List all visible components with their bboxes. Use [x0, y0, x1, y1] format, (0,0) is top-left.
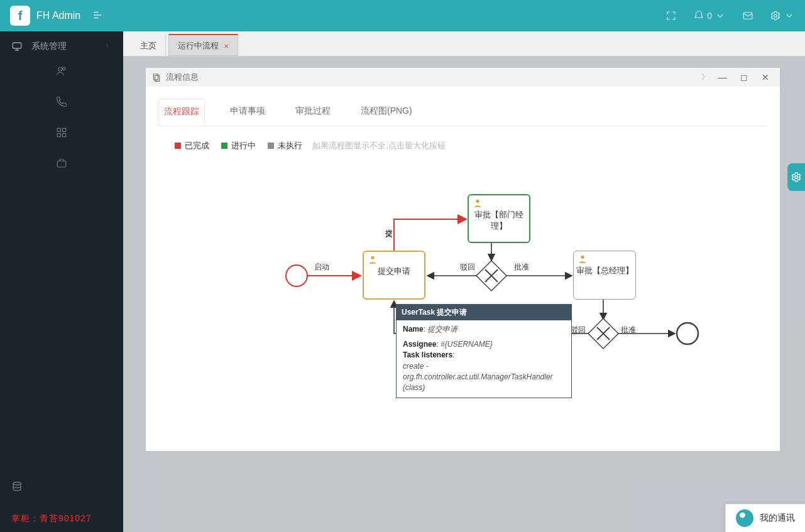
modal-titlebar[interactable]: 流程信息 〉 — ◻ ✕	[146, 68, 780, 87]
edge-label-approve2: 批准	[621, 325, 636, 335]
svg-point-3	[58, 67, 62, 71]
sidebar-item-calls[interactable]	[56, 96, 67, 109]
svg-rect-9	[57, 161, 66, 167]
sidebar-item-users[interactable]	[56, 65, 67, 79]
legend-hint: 如果流程图显示不全,点击最大化按钮	[312, 140, 446, 151]
svg-point-23	[371, 256, 374, 259]
tooltip-name-label: Name	[403, 325, 424, 334]
modal-title: 流程信息	[166, 72, 199, 83]
messages-button[interactable]	[742, 10, 753, 21]
task-tooltip: UserTask 提交申请 Name: 提交申请 Assignee: #{USE…	[396, 304, 572, 398]
tooltip-listeners-label: Task listeners	[403, 350, 452, 359]
sidebar: 系统管理 〉 掌柜：青苔901027	[0, 31, 123, 532]
svg-rect-2	[13, 43, 21, 48]
content-area: 主页 运行中流程 ✕ 流程信息 〉 — ◻ ✕ 流程跟踪 申请事项	[123, 31, 805, 532]
chat-widget[interactable]: 我的通讯	[725, 504, 805, 532]
svg-point-4	[63, 67, 66, 70]
edge-label-reject2: 驳回	[571, 325, 586, 335]
chevron-right-icon: 〉	[701, 72, 709, 83]
avatar-icon	[736, 509, 753, 527]
edge-label-start: 启动	[314, 262, 329, 273]
notifications-count: 0	[707, 11, 712, 21]
edge-label-approve1: 批准	[514, 262, 529, 273]
svg-point-13	[286, 265, 307, 286]
svg-point-10	[13, 482, 21, 486]
legend-swatch-doing	[221, 143, 227, 149]
modal-maximize-button[interactable]: ◻	[736, 72, 752, 82]
legend-label-doing: 进行中	[231, 140, 256, 151]
watermark-text: 掌柜：青苔901027	[11, 513, 112, 524]
svg-point-25	[581, 256, 584, 259]
task-gm-approval[interactable]: 审批【总经理】	[573, 251, 636, 300]
modal-inner-tabs: 流程跟踪 申请事项 审批过程 流程图(PNG)	[158, 99, 767, 126]
sidebar-item-apps[interactable]	[56, 127, 67, 140]
task-label: 提交申请	[364, 266, 424, 277]
tooltip-assignee-label: Assignee	[403, 340, 436, 349]
task-label: 审批【总经理】	[574, 265, 635, 276]
app-header: f FH Admin 0	[0, 0, 805, 31]
app-brand: FH Admin	[36, 10, 80, 21]
diagram-legend: 已完成 进行中 未执行 如果流程图显示不全,点击最大化按钮	[158, 140, 767, 151]
process-diagram: 提交申请 审批【部门经理】 审批【总经理】 启动 提交 驳回 批准	[271, 163, 780, 389]
floating-settings-tab[interactable]	[787, 163, 805, 191]
header-actions: 0	[665, 10, 795, 21]
sidebar-item-work[interactable]	[56, 158, 67, 171]
notifications-button[interactable]: 0	[693, 10, 726, 21]
app-logo: f	[10, 6, 30, 26]
menu-toggle-button[interactable]	[92, 9, 103, 23]
modal-window: 流程信息 〉 — ◻ ✕ 流程跟踪 申请事项 审批过程 流程图(PNG) 已完成	[146, 68, 780, 451]
tooltip-listeners-value: create - org.fh.controller.act.util.Mana…	[403, 362, 553, 393]
settings-button[interactable]	[770, 10, 795, 21]
svg-rect-6	[63, 128, 66, 131]
svg-point-24	[476, 200, 479, 203]
svg-point-22	[677, 323, 698, 344]
svg-rect-8	[63, 134, 66, 137]
edge-label-reject1: 驳回	[460, 262, 475, 273]
svg-rect-11	[153, 74, 158, 80]
inner-tab-trace[interactable]: 流程跟踪	[158, 99, 205, 126]
modal-close-button[interactable]: ✕	[757, 72, 774, 82]
task-label: 审批【部门经理】	[469, 209, 529, 232]
tooltip-name-value: 提交申请	[427, 325, 457, 334]
modal-minimize-button[interactable]: —	[715, 72, 731, 82]
fullscreen-button[interactable]	[665, 10, 677, 21]
legend-swatch-todo	[268, 143, 274, 149]
inner-tab-png[interactable]: 流程图(PNG)	[356, 99, 417, 126]
svg-rect-0	[743, 13, 752, 19]
task-dept-approval[interactable]: 审批【部门经理】	[468, 194, 530, 243]
chat-label: 我的通讯	[760, 513, 795, 524]
sidebar-item-system[interactable]: 系统管理 〉	[0, 31, 123, 62]
legend-swatch-done	[175, 143, 181, 149]
legend-label-done: 已完成	[185, 140, 209, 151]
inner-tab-approve[interactable]: 审批过程	[290, 99, 336, 126]
tooltip-header: UserTask 提交申请	[397, 305, 571, 320]
chevron-right-icon: 〉	[106, 42, 112, 51]
svg-rect-12	[155, 75, 160, 81]
legend-label-todo: 未执行	[278, 140, 302, 151]
svg-rect-5	[57, 128, 60, 131]
svg-point-1	[774, 14, 777, 18]
sidebar-item-database[interactable]	[11, 484, 23, 494]
sidebar-collapsed-icons	[0, 62, 123, 171]
task-submit[interactable]: 提交申请	[363, 251, 425, 300]
svg-rect-7	[57, 134, 60, 137]
sidebar-item-label: 系统管理	[31, 41, 97, 52]
document-icon	[152, 73, 161, 82]
tooltip-assignee-value: #{USERNAME}	[441, 340, 493, 349]
svg-point-26	[795, 176, 798, 179]
inner-tab-request[interactable]: 申请事项	[225, 99, 270, 126]
